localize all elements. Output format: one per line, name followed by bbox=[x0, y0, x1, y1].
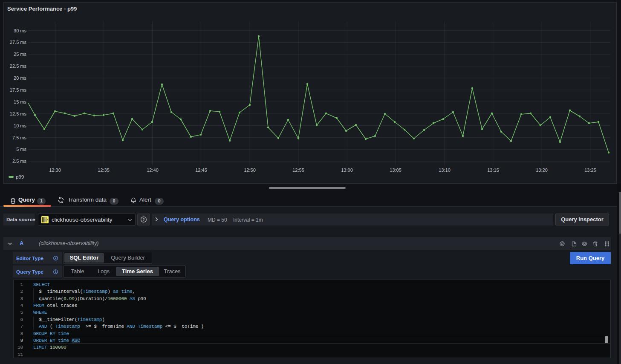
svg-text:?: ? bbox=[142, 217, 144, 222]
